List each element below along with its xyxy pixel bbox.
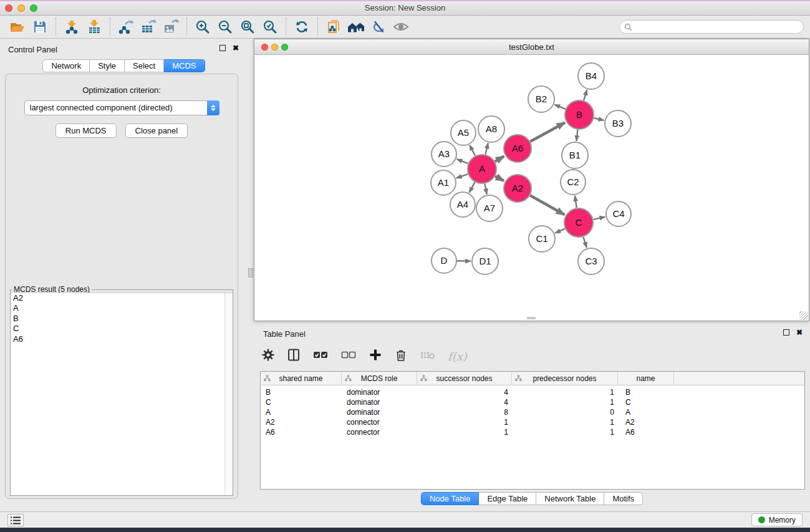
graph-edge-b-b3[interactable] bbox=[594, 118, 604, 120]
table-cell[interactable]: 0 bbox=[512, 407, 618, 417]
graph-node-a2[interactable]: A2 bbox=[504, 175, 531, 202]
table-cell[interactable]: A bbox=[261, 407, 342, 417]
graph-edge-c-c4[interactable] bbox=[593, 217, 605, 220]
graph-node-c[interactable]: C bbox=[564, 208, 593, 237]
import-network-icon[interactable] bbox=[60, 17, 83, 37]
maximize-window-button[interactable] bbox=[30, 4, 37, 12]
table-cell[interactable]: 1 bbox=[417, 417, 512, 427]
save-session-icon[interactable] bbox=[29, 17, 51, 37]
column-header-name[interactable]: name bbox=[618, 372, 674, 385]
select-all-icon[interactable] bbox=[312, 348, 329, 364]
table-cell[interactable]: 4 bbox=[417, 387, 512, 397]
graph-node-a5[interactable]: A5 bbox=[451, 120, 476, 145]
network-canvas[interactable]: B4B2BB3A5A8A6A3B1AA1C2A2A4A7C4CC1C3DD1 bbox=[254, 55, 809, 321]
result-item[interactable]: A bbox=[11, 303, 233, 313]
graph-node-a1[interactable]: A1 bbox=[431, 170, 456, 195]
run-mcds-button[interactable]: Run MCDS bbox=[55, 123, 117, 138]
graph-edge-a6-b[interactable] bbox=[530, 122, 565, 142]
table-cell[interactable]: 4 bbox=[417, 397, 512, 407]
export-image-icon[interactable] bbox=[160, 17, 182, 37]
graph-node-b2[interactable]: B2 bbox=[528, 86, 554, 112]
table-cell[interactable]: A2 bbox=[618, 417, 674, 427]
table-cell[interactable]: A6 bbox=[261, 427, 342, 437]
graph-edge-b-b2[interactable] bbox=[554, 105, 566, 109]
tab-select[interactable]: Select bbox=[125, 59, 164, 72]
graph-edge-a-a7[interactable] bbox=[485, 184, 486, 195]
graph-edge-a-a3[interactable] bbox=[456, 159, 468, 163]
open-session-icon[interactable] bbox=[6, 17, 29, 37]
criterion-dropdown[interactable]: largest connected component (directed) bbox=[24, 100, 219, 115]
tab-style[interactable]: Style bbox=[90, 59, 125, 72]
import-table-icon[interactable] bbox=[83, 17, 105, 37]
column-header-predecessor-nodes[interactable]: predecessor nodes bbox=[512, 372, 618, 385]
network-window-titlebar[interactable]: testGlobe.txt bbox=[254, 39, 809, 55]
result-item[interactable]: A2 bbox=[11, 293, 233, 303]
tab-mcds[interactable]: MCDS bbox=[164, 59, 205, 72]
add-column-icon[interactable] bbox=[369, 348, 382, 364]
search-input[interactable] bbox=[619, 20, 804, 34]
tab-motifs[interactable]: Motifs bbox=[604, 492, 643, 505]
graph-edge-a-a2[interactable] bbox=[495, 176, 504, 181]
close-window-button[interactable] bbox=[5, 4, 12, 12]
graph-node-d[interactable]: D bbox=[432, 248, 456, 273]
table-cell[interactable]: dominator bbox=[342, 387, 417, 397]
graph-edge-c-c3[interactable] bbox=[583, 237, 587, 248]
graph-node-a7[interactable]: A7 bbox=[476, 195, 503, 221]
deselect-all-icon[interactable] bbox=[340, 348, 357, 364]
graph-node-a[interactable]: A bbox=[468, 155, 496, 183]
graph-edge-b-b4[interactable] bbox=[584, 90, 587, 100]
tab-node-table[interactable]: Node Table bbox=[421, 492, 480, 505]
graph-node-c3[interactable]: C3 bbox=[578, 248, 604, 274]
table-cell[interactable]: 1 bbox=[512, 417, 618, 427]
table-row[interactable]: Cdominator41C bbox=[261, 397, 804, 407]
zoom-selected-icon[interactable] bbox=[259, 17, 281, 37]
refresh-view-icon[interactable] bbox=[291, 17, 313, 37]
result-item[interactable]: C bbox=[11, 324, 233, 334]
table-cell[interactable]: 1 bbox=[512, 427, 618, 437]
table-row[interactable]: A6connector11A6 bbox=[261, 427, 804, 437]
table-cell[interactable]: C bbox=[618, 397, 674, 407]
table-cell[interactable]: B bbox=[261, 387, 342, 397]
table-row[interactable]: A2connector11A2 bbox=[261, 417, 804, 427]
graph-node-c2[interactable]: C2 bbox=[561, 170, 586, 195]
graph-node-b4[interactable]: B4 bbox=[578, 63, 604, 89]
graph-node-b3[interactable]: B3 bbox=[605, 110, 631, 137]
network-minimize-button[interactable] bbox=[271, 44, 278, 51]
show-all-networks-icon[interactable] bbox=[345, 17, 367, 37]
table-cell[interactable]: dominator bbox=[342, 407, 417, 417]
graph-edge-c-c1[interactable] bbox=[555, 229, 565, 233]
float-table-panel-icon[interactable] bbox=[783, 329, 789, 336]
tab-network-table[interactable]: Network Table bbox=[536, 492, 604, 505]
zoom-in-icon[interactable] bbox=[191, 17, 214, 37]
table-cell[interactable]: 1 bbox=[512, 397, 618, 407]
close-table-panel-icon[interactable]: ✖ bbox=[796, 329, 803, 336]
zoom-fit-icon[interactable] bbox=[236, 17, 259, 37]
function-builder-icon[interactable]: f(x) bbox=[448, 350, 467, 363]
graph-node-c1[interactable]: C1 bbox=[529, 226, 555, 252]
graph-edge-a-a1[interactable] bbox=[456, 174, 468, 178]
show-hide-eye-icon[interactable] bbox=[390, 17, 412, 37]
graph-edge-a-a8[interactable] bbox=[485, 143, 488, 154]
graph-node-a3[interactable]: A3 bbox=[432, 142, 456, 167]
close-panel-button[interactable]: Close panel bbox=[125, 123, 188, 138]
table-cell[interactable]: A2 bbox=[261, 417, 342, 427]
minimize-window-button[interactable] bbox=[17, 4, 25, 12]
network-close-button[interactable] bbox=[261, 44, 268, 51]
task-history-button[interactable] bbox=[7, 514, 24, 526]
table-settings-icon[interactable] bbox=[261, 348, 275, 364]
delete-table-icon[interactable] bbox=[420, 348, 436, 364]
float-panel-icon[interactable] bbox=[219, 45, 226, 51]
export-table-icon[interactable] bbox=[137, 17, 160, 37]
table-cell[interactable]: 1 bbox=[512, 387, 618, 397]
table-cell[interactable]: 8 bbox=[417, 407, 512, 417]
horizontal-scrollbar-thumb[interactable] bbox=[527, 317, 536, 319]
table-cell[interactable]: B bbox=[618, 387, 674, 397]
graph-node-a4[interactable]: A4 bbox=[450, 192, 475, 217]
tab-network[interactable]: Network bbox=[42, 59, 90, 72]
table-cell[interactable]: A6 bbox=[618, 427, 674, 437]
column-header-successor-nodes[interactable]: successor nodes bbox=[417, 372, 512, 385]
network-maximize-button[interactable] bbox=[281, 44, 288, 51]
table-cell[interactable]: connector bbox=[342, 427, 417, 437]
graph-edge-a-a6[interactable] bbox=[495, 157, 504, 162]
delete-column-icon[interactable] bbox=[394, 348, 408, 364]
